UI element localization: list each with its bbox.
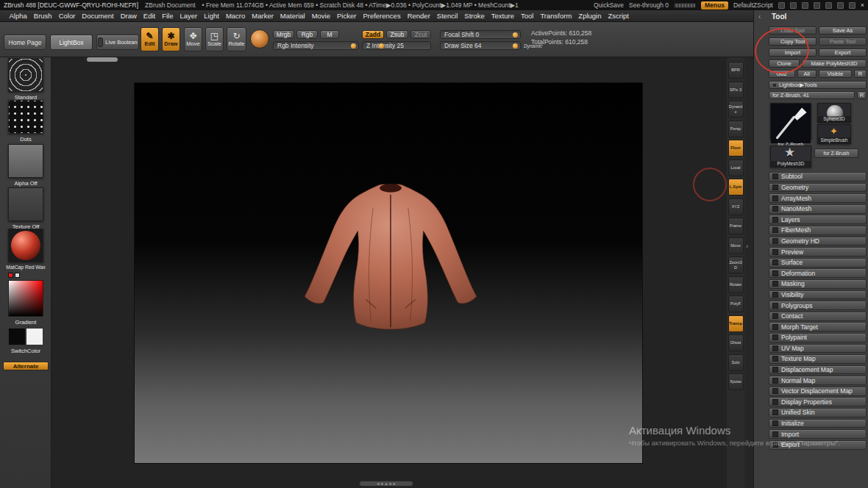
menu-item[interactable]: Draw xyxy=(117,12,140,20)
goz-visible-button[interactable]: Visible xyxy=(819,70,852,78)
brush-thumb-standard[interactable] xyxy=(8,58,43,92)
tool-section[interactable]: Morph Target xyxy=(769,322,867,331)
mrgb-button[interactable]: Mrgb xyxy=(273,30,294,39)
import-button[interactable]: Import xyxy=(769,49,817,57)
tool-section[interactable]: Display Properties xyxy=(769,397,867,406)
tool-section[interactable]: UV Map xyxy=(769,344,867,354)
secondary-color-swatch[interactable] xyxy=(15,273,20,278)
paste-tool-button[interactable]: Paste Tool xyxy=(819,37,867,46)
menu-item[interactable]: Render xyxy=(404,12,433,20)
menu-item[interactable]: Layer xyxy=(177,12,201,20)
tool-section[interactable]: Normal Map xyxy=(769,376,867,385)
menu-item[interactable]: Material xyxy=(277,12,308,20)
zsub-button[interactable]: Zsub xyxy=(386,30,408,39)
tool-section[interactable]: Polygroups xyxy=(769,301,867,310)
right-shelf-button[interactable]: Transp xyxy=(728,315,744,332)
menu-item[interactable]: Tool xyxy=(517,12,536,20)
simplebrush-tool-thumb[interactable]: ✦ SimpleBrush xyxy=(817,124,851,144)
menu-item[interactable]: Light xyxy=(201,12,223,20)
right-shelf-button[interactable]: XYZ xyxy=(728,198,744,215)
scale-button[interactable]: ◳Scale xyxy=(205,27,224,51)
right-shelf-button[interactable]: Zoom3D xyxy=(728,256,744,273)
menus-button[interactable]: Menus xyxy=(701,1,728,10)
slider-knob[interactable] xyxy=(513,32,518,37)
menu-item[interactable]: Document xyxy=(79,12,117,20)
menu-item[interactable]: Alpha xyxy=(6,12,30,20)
sculpt-canvas[interactable] xyxy=(135,83,642,463)
top-scrollbar[interactable] xyxy=(87,57,118,62)
switch-color[interactable]: SwitchColor xyxy=(2,328,49,354)
tool-section[interactable]: Visibility xyxy=(769,290,867,300)
lightbox-button[interactable]: LightBox xyxy=(50,35,93,50)
draw-button[interactable]: ✱Draw xyxy=(162,27,180,51)
collapse-panel-icon[interactable]: ‹ xyxy=(758,12,761,21)
menu-item[interactable]: File xyxy=(159,12,177,20)
tool-section[interactable]: Deformation xyxy=(769,268,867,278)
home-page-button[interactable]: Home Page xyxy=(4,35,46,50)
right-shelf-button[interactable]: Persp xyxy=(728,121,744,137)
right-shelf-button[interactable]: SPix 3 xyxy=(728,82,744,98)
boolean-render-icon[interactable] xyxy=(98,37,103,47)
save-as-button[interactable]: Save As xyxy=(819,26,867,35)
right-shelf-button[interactable]: Ghost xyxy=(728,334,744,351)
stroke-selector[interactable]: Dots xyxy=(2,100,49,143)
color-gradient-picker[interactable] xyxy=(8,280,43,317)
load-tool-button[interactable]: Load Tool xyxy=(769,26,817,35)
slider-knob[interactable] xyxy=(351,43,356,49)
panel-scroll-arrow[interactable]: › xyxy=(746,243,748,250)
current-material-thumb[interactable] xyxy=(250,29,269,49)
upload-icon[interactable] xyxy=(837,2,844,9)
export-button[interactable]: Export xyxy=(819,49,867,57)
tool-section[interactable]: Texture Map xyxy=(769,354,867,364)
main-color-swatch[interactable] xyxy=(8,328,26,345)
tool-section[interactable]: Polypaint xyxy=(769,333,867,342)
right-shelf-button[interactable]: PolyF xyxy=(728,295,744,312)
tool-section[interactable]: ArrayMesh xyxy=(769,193,867,203)
menu-item[interactable]: Zplugin xyxy=(575,12,605,20)
menu-item[interactable]: Stroke xyxy=(461,12,488,20)
menu-item[interactable]: Stencil xyxy=(433,12,461,20)
material-thumb[interactable] xyxy=(8,229,43,262)
zadd-button[interactable]: Zadd xyxy=(362,30,384,39)
stroke-thumb-dots[interactable] xyxy=(8,100,43,134)
menu-item[interactable]: Preferences xyxy=(360,12,404,20)
m-button[interactable]: M xyxy=(320,30,339,39)
note-icon[interactable] xyxy=(849,2,855,9)
z-intensity-slider[interactable]: Z Intensity 25 xyxy=(362,41,431,50)
menu-item[interactable]: Color xyxy=(55,12,79,20)
color-picker[interactable]: Gradient xyxy=(2,273,49,326)
right-shelf-button[interactable]: Local xyxy=(728,159,744,176)
current-color-swatch[interactable] xyxy=(8,273,13,278)
tool-section[interactable]: Initialize xyxy=(769,419,867,428)
right-shelf-button[interactable]: Solo xyxy=(728,354,744,371)
active-tool-thumb[interactable] xyxy=(770,103,811,140)
polymesh3d-tool-thumb[interactable]: ★ PolyMesh3D xyxy=(770,146,811,168)
tool-section[interactable]: NanoMesh xyxy=(769,204,867,214)
menu-item[interactable]: Marker xyxy=(249,12,277,20)
rgb-intensity-slider[interactable]: Rgb Intensity xyxy=(273,41,359,50)
right-shelf-button[interactable]: Xpose xyxy=(728,373,744,390)
right-shelf-button[interactable]: Frame xyxy=(728,218,744,234)
live-boolean-button[interactable]: Live Boolean xyxy=(96,35,139,50)
tool-section[interactable]: Unified Skin xyxy=(769,408,867,417)
menu-item[interactable]: Texture xyxy=(488,12,517,20)
menu-item[interactable]: Transform xyxy=(537,12,575,20)
tool-section[interactable]: Geometry xyxy=(769,183,867,193)
close-icon[interactable]: × xyxy=(861,1,864,9)
lightbox-tools-button[interactable]: Lightbox▶Tools xyxy=(769,81,867,89)
menu-item[interactable]: Brush xyxy=(30,12,55,20)
alt-color-swatch[interactable] xyxy=(26,328,43,345)
material-selector[interactable]: MatCap Red Wax xyxy=(2,229,49,270)
texture-thumb[interactable] xyxy=(8,187,43,221)
draw-size-slider[interactable]: Draw Size 64 xyxy=(440,41,521,50)
rotate-button[interactable]: ↻Rotate xyxy=(227,27,246,51)
slider-knob[interactable] xyxy=(513,43,518,49)
slider-knob[interactable] xyxy=(379,43,384,49)
alpha-thumb[interactable] xyxy=(8,144,43,178)
tool-section[interactable]: Surface xyxy=(769,258,867,268)
tool-section[interactable]: Preview xyxy=(769,247,867,256)
tool-section[interactable]: Geometry HD xyxy=(769,237,867,246)
sphere3d-tool-thumb[interactable]: Sphere3D xyxy=(817,103,851,123)
menu-item[interactable]: Zscript xyxy=(605,12,633,20)
tool-section[interactable]: Masking xyxy=(769,279,867,289)
